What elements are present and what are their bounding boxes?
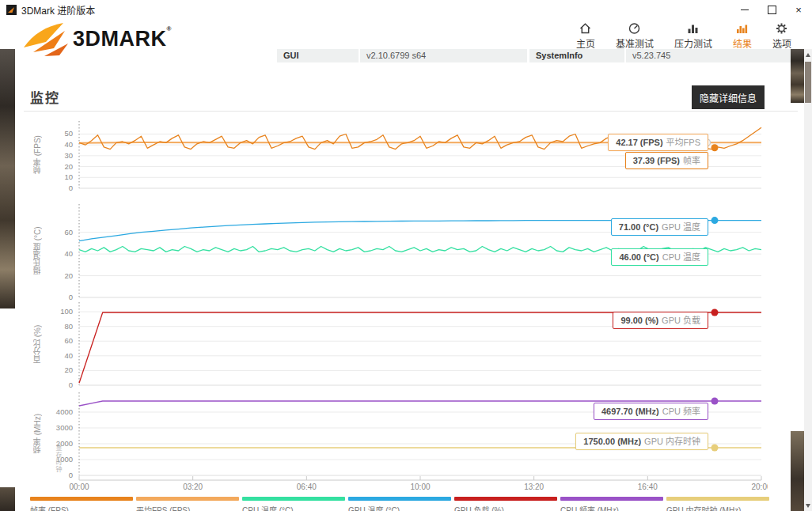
- logo-text: 3DMARK®: [73, 27, 172, 51]
- svg-text:10:00: 10:00: [410, 483, 430, 491]
- legend-color-bar: [454, 497, 557, 501]
- scrollbar-thumb[interactable]: [805, 62, 811, 103]
- chart-0: 01020304050帧率 (FPS)42.17 (FPS)平均FPS37.39…: [24, 115, 768, 198]
- svg-text:80: 80: [64, 322, 73, 331]
- scroll-down-arrow[interactable]: [804, 500, 812, 511]
- legend-label: 帧率 (FPS): [30, 504, 133, 511]
- svg-text:16:40: 16:40: [638, 483, 658, 491]
- registered-mark: ®: [167, 25, 172, 32]
- svg-text:06:40: 06:40: [297, 483, 317, 491]
- legend-color-bar: [242, 497, 345, 501]
- background-art-left: [0, 49, 15, 308]
- svg-text:60: 60: [64, 228, 73, 237]
- chart-tooltip: 37.39 (FPS)帧率: [625, 152, 708, 169]
- page-title: 监控: [30, 87, 60, 107]
- results-icon: [735, 22, 749, 35]
- svg-text:10: 10: [64, 172, 73, 181]
- chart-legend: 帧率 (FPS)平均FPS (FPS)CPU 温度 (°C)GPU 温度 (°C…: [30, 497, 769, 511]
- y-axis-label: 摄氏温度 (°C): [32, 204, 44, 297]
- y-axis-label: 百分比 (%): [32, 302, 44, 385]
- section-divider: [24, 111, 798, 112]
- legend-item[interactable]: CPU 温度 (°C): [242, 497, 345, 511]
- legend-color-bar: [348, 497, 451, 501]
- chart-tooltip: 99.00 (%)GPU 负载: [613, 312, 708, 329]
- gear-icon: [775, 22, 788, 35]
- svg-text:40: 40: [64, 140, 73, 149]
- svg-text:50: 50: [64, 129, 73, 138]
- chart-tooltip: 4697.70 (MHz)CPU 频率: [594, 403, 708, 420]
- home-icon: [579, 22, 592, 35]
- chart-tooltip: 71.00 (°C)GPU 温度: [611, 218, 708, 236]
- chart-2: 020406080100百分比 (%)99.00 (%)GPU 负载: [24, 301, 768, 388]
- hide-details-button[interactable]: 隐藏详细信息: [692, 85, 765, 109]
- svg-text:20:00: 20:00: [751, 483, 768, 491]
- chart-1: 0204060摄氏温度 (°C)71.00 (°C)GPU 温度46.00 (°…: [24, 198, 768, 301]
- legend-item[interactable]: GPU 内存时钟 (MHz): [666, 497, 769, 511]
- legend-item[interactable]: 平均FPS (FPS): [136, 497, 239, 511]
- legend-label: CPU 温度 (°C): [242, 504, 345, 511]
- legend-label: GPU 内存时钟 (MHz): [666, 504, 769, 511]
- legend-color-bar: [30, 497, 133, 501]
- series-start-label: 显存时钟: [54, 445, 63, 473]
- legend-item[interactable]: 帧率 (FPS): [30, 497, 133, 511]
- svg-text:100: 100: [60, 307, 73, 316]
- main-nav: 主页 基准测试 压力测试 结果: [576, 22, 791, 50]
- chart-tooltip: 46.00 (°C)CPU 温度: [611, 248, 708, 266]
- legend-item[interactable]: GPU 负载 (%): [454, 497, 557, 511]
- legend-item[interactable]: CPU 频率 (MHz): [560, 497, 663, 511]
- gauge-icon: [628, 22, 641, 35]
- svg-text:3000: 3000: [56, 423, 73, 432]
- info-systeminfo-label: SystemInfo: [529, 49, 624, 62]
- nav-stress-test[interactable]: 压力测试: [674, 22, 712, 50]
- minimize-button[interactable]: [731, 0, 758, 20]
- window-title: 3DMark 进阶版本: [21, 3, 95, 17]
- y-axis-label: 频率 (MHz): [32, 392, 44, 475]
- legend-label: GPU 温度 (°C): [348, 504, 451, 511]
- chart-tooltip: 42.17 (FPS)平均FPS: [608, 134, 708, 151]
- nav-home[interactable]: 主页: [576, 22, 595, 50]
- background-art-left-bottom: [0, 487, 15, 511]
- maximize-button[interactable]: [758, 0, 785, 20]
- y-axis-label: 帧率 (FPS): [32, 121, 44, 188]
- background-art-right: [791, 49, 804, 103]
- titlebar: 3DMark 进阶版本 ×: [0, 0, 812, 20]
- nav-options[interactable]: 选项: [772, 22, 791, 50]
- chart-tooltip: 1750.00 (MHz)GPU 内存时钟: [575, 433, 708, 450]
- legend-label: CPU 频率 (MHz): [560, 504, 663, 511]
- scrollbar[interactable]: [804, 49, 812, 511]
- legend-color-bar: [136, 497, 239, 501]
- legend-item[interactable]: GPU 温度 (°C): [348, 497, 451, 511]
- nav-benchmark[interactable]: 基准测试: [616, 22, 654, 50]
- info-gui-value: v2.10.6799 s64: [360, 49, 527, 62]
- svg-text:20: 20: [64, 271, 73, 280]
- svg-text:60: 60: [64, 336, 73, 345]
- svg-text:0: 0: [69, 293, 73, 301]
- legend-label: GPU 负载 (%): [454, 504, 557, 511]
- svg-text:40: 40: [64, 351, 73, 360]
- chart-3: 01000200030004000频率 (MHz)显存时钟4697.70 (MH…: [24, 386, 768, 478]
- nav-results[interactable]: 结果: [733, 22, 752, 50]
- info-systeminfo-value: v5.23.745: [626, 49, 799, 62]
- svg-text:40: 40: [64, 249, 73, 258]
- legend-color-bar: [560, 497, 663, 501]
- app-window: 3DMark 进阶版本 × 3DMARK® 主页 基准测试: [0, 0, 812, 511]
- bar-chart-icon: [686, 22, 700, 35]
- app-icon: [6, 5, 17, 15]
- svg-text:4000: 4000: [56, 407, 73, 416]
- svg-text:00:00: 00:00: [69, 483, 89, 491]
- app-logo: 3DMARK®: [22, 21, 172, 57]
- svg-text:20: 20: [64, 365, 73, 374]
- info-gui-label: GUI: [277, 49, 359, 62]
- svg-text:20: 20: [64, 162, 73, 171]
- svg-text:13:20: 13:20: [524, 483, 544, 491]
- svg-text:30: 30: [64, 151, 73, 160]
- logo-wing-icon: [22, 21, 68, 57]
- background-art-right-bottom: [791, 431, 804, 511]
- svg-text:03:20: 03:20: [183, 483, 203, 491]
- legend-label: 平均FPS (FPS): [136, 504, 239, 511]
- time-axis: 00:0003:2006:4010:0013:2016:4020:00: [24, 473, 768, 494]
- header: 3DMARK® 主页 基准测试 压力测试 结果: [0, 20, 812, 49]
- close-button[interactable]: ×: [785, 0, 812, 20]
- scroll-up-arrow[interactable]: [804, 49, 812, 60]
- legend-color-bar: [666, 497, 769, 501]
